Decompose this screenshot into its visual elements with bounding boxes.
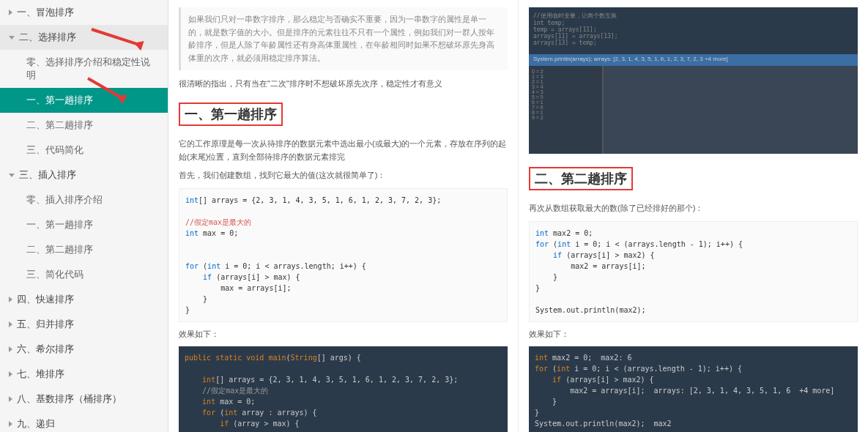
toc-label: 三、简化代码 (26, 268, 84, 281)
toc-label: 三、代码简化 (26, 144, 84, 157)
toc-label: 六、希尔排序 (17, 343, 74, 356)
paragraph: 它的工作原理是每一次从待排序的数据元素中选出最小(或最大)的一个元素，存放在序列… (179, 138, 508, 163)
toc-item[interactable]: 三、简化代码 (0, 262, 168, 287)
content-column-right: //使用临时变量，让两个数互换 int temp; temp = arrays[… (519, 0, 868, 432)
paragraph: 首先，我们创建数组，找到它最大的值(这次就很简单了)： (179, 169, 508, 182)
toc-label: 二、第二趟排序 (26, 243, 93, 256)
section-heading: 一、第一趟排序 (179, 103, 283, 126)
toc-label: 一、第一趟排序 (26, 218, 93, 231)
toc-item[interactable]: 七、堆排序 (0, 362, 168, 387)
toc-label: 二、选择排序 (19, 31, 76, 44)
toc-item[interactable]: 六、希尔排序 (0, 337, 168, 362)
toc-item[interactable]: 一、冒泡排序 (0, 0, 168, 25)
toc-item[interactable]: 零、插入排序介绍 (0, 187, 168, 212)
caret-right-icon (9, 421, 12, 427)
paragraph: 很清晰的指出，只有当在"二次"排序时不想破坏原先次序，稳定性才有意义 (179, 78, 508, 91)
caret-right-icon (9, 321, 12, 327)
caret-down-icon (9, 174, 15, 177)
ide-variables-panel: 0 = 2 1 = 3 2 = 1 3 = 4 4 = 3 5 = 5 6 = … (529, 66, 602, 154)
ide-output-bar: System.println(arrays); arrays: [2, 3, 1… (529, 54, 858, 66)
caret-down-icon (9, 36, 15, 40)
toc-label: 七、堆排序 (17, 368, 64, 381)
toc-label: 二、第二趟排序 (26, 119, 93, 132)
toc-item[interactable]: 四、快速排序 (0, 287, 168, 312)
toc-label: 零、选择排序介绍和稳定性说明 (26, 56, 159, 82)
caret-right-icon (9, 297, 12, 302)
toc-label: 一、冒泡排序 (17, 6, 74, 19)
code-block: int max2 = 0; for (int i = 0; i < (array… (529, 221, 858, 322)
paragraph: 效果如下： (179, 328, 508, 341)
toc-label: 九、递归 (17, 417, 55, 431)
toc-label: 零、插入排序介绍 (26, 193, 103, 206)
toc-item[interactable]: 一、第一趟排序 (0, 212, 168, 237)
toc-label: 五、归并排序 (17, 318, 74, 331)
toc-item[interactable]: 二、选择排序 (0, 25, 168, 50)
caret-right-icon (9, 346, 12, 352)
toc-item[interactable]: 三、插入排序 (0, 163, 168, 187)
quote-box: 如果我们只对一串数字排序，那么稳定与否确实不重要，因为一串数字的属性是单一的，就… (179, 7, 508, 70)
toc-item[interactable]: 一、第一趟排序 (0, 88, 168, 113)
toc-item[interactable]: 九、递归 (0, 411, 168, 432)
section-heading: 二、第二趟排序 (529, 167, 633, 190)
toc-sidebar[interactable]: 一、冒泡排序二、选择排序零、选择排序介绍和稳定性说明一、第一趟排序二、第二趟排序… (0, 0, 168, 432)
toc-item[interactable]: 二、第二趟排序 (0, 237, 168, 262)
toc-item[interactable]: 零、选择排序介绍和稳定性说明 (0, 50, 168, 88)
caret-right-icon (9, 371, 12, 377)
toc-item[interactable]: 五、归并排序 (0, 312, 168, 337)
code-block: int[] arrays = {2, 3, 1, 4, 3, 5, 1, 6, … (179, 188, 508, 322)
code-screenshot: public static void main(String[] args) {… (179, 346, 508, 432)
code-screenshot: int max2 = 0; max2: 6 for (int i = 0; i … (529, 346, 858, 432)
ide-code-area: //使用临时变量，让两个数互换 int temp; temp = arrays[… (529, 7, 858, 54)
toc-item[interactable]: 八、基数排序（桶排序） (0, 387, 168, 411)
paragraph: 效果如下： (529, 328, 858, 341)
toc-item[interactable]: 二、第二趟排序 (0, 113, 168, 138)
toc-label: 八、基数排序（桶排序） (17, 392, 122, 406)
toc-label: 四、快速排序 (17, 293, 74, 306)
toc-item[interactable]: 三、代码简化 (0, 138, 168, 163)
caret-right-icon (9, 10, 12, 15)
toc-label: 一、第一趟排序 (26, 94, 93, 107)
ide-screenshot: //使用临时变量，让两个数互换 int temp; temp = arrays[… (529, 7, 858, 154)
content-column-left: 如果我们只对一串数字排序，那么稳定与否确实不重要，因为一串数字的属性是单一的，就… (168, 0, 519, 432)
toc-label: 三、插入排序 (19, 168, 76, 182)
caret-right-icon (9, 396, 12, 402)
paragraph: 再次从数组获取最大的数(除了已经排好的那个)： (529, 202, 858, 215)
